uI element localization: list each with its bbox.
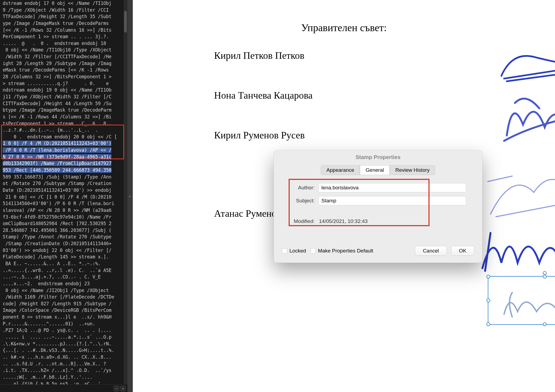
stamp-properties-dialog: Stamp Properties Appearance General Revi… (274, 150, 482, 263)
doc-name-3: Кирил Руменов Русев (214, 129, 555, 141)
resize-handle[interactable] (486, 275, 490, 278)
code-minus-button[interactable]: − (114, 386, 119, 391)
cancel-button[interactable]: Cancel (415, 246, 447, 256)
modified-value: 14/05/2021, 10:32:43 (318, 218, 368, 224)
tab-review-history[interactable]: Review History (390, 165, 435, 175)
resize-handle[interactable] (543, 322, 547, 326)
make-default-label: Make Properties Default (318, 248, 373, 254)
code-plus-button[interactable]: + (120, 386, 126, 391)
checkbox-box[interactable] (282, 248, 287, 254)
author-input[interactable] (318, 183, 466, 192)
code-bottom-bar: − + (0, 384, 127, 392)
locked-label: Locked (289, 248, 306, 254)
resize-handle[interactable] (486, 322, 490, 326)
make-default-checkbox[interactable]: Make Properties Default (310, 248, 373, 254)
ok-button[interactable]: OK (451, 246, 474, 256)
modified-label: Modified: (282, 218, 318, 224)
tab-appearance[interactable]: Appearance (321, 165, 360, 175)
resize-handle[interactable] (486, 299, 490, 302)
code-scrollbar[interactable] (124, 0, 127, 384)
code-scroll-thumb[interactable] (124, 11, 127, 33)
locked-checkbox[interactable]: Locked (282, 248, 306, 254)
code-editor-content[interactable]: dstream endobj 17 0 obj << /Name /TI1Obj… (3, 0, 125, 392)
subject-input[interactable] (318, 196, 466, 205)
code-editor-panel[interactable]: dstream endobj 17 0 obj << /Name /TI1Obj… (0, 0, 127, 392)
rotate-handle[interactable] (543, 271, 547, 275)
doc-name-1: Кирил Петков Петков (214, 50, 555, 61)
dialog-tabs: Appearance General Review History (274, 165, 482, 175)
author-label: Author: (282, 185, 318, 191)
document-heading: Управителен съвет: (133, 22, 555, 34)
panel-splitter[interactable] (127, 0, 133, 392)
dialog-title: Stamp Properties (274, 150, 482, 165)
resize-handle[interactable] (543, 275, 547, 278)
selected-stamp-outline[interactable] (488, 276, 555, 325)
document-area: Управителен съвет: Кирил Петков Петков Н… (133, 0, 555, 392)
subject-label: Subject: (282, 198, 318, 204)
checkbox-box[interactable] (310, 248, 316, 254)
tab-general[interactable]: General (360, 165, 390, 175)
doc-name-2: Нона Танчева Кацарова (214, 90, 555, 101)
code-selection[interactable]: 1 0 0] /F 4 /M (D:20210514113243+03'00')… (3, 141, 111, 173)
